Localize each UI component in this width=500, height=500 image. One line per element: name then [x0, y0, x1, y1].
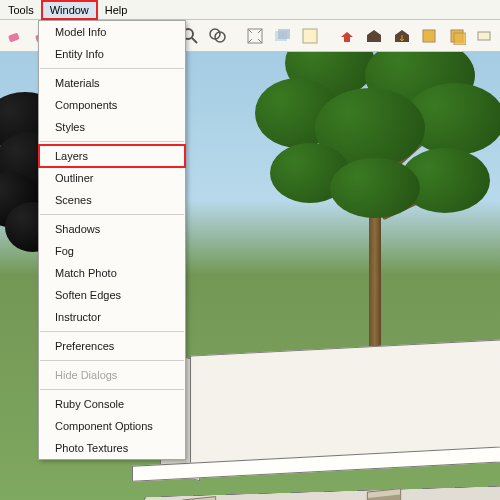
menu-styles[interactable]: Styles [39, 116, 185, 138]
push-pull-icon[interactable] [335, 23, 359, 49]
svg-rect-16 [478, 32, 490, 40]
eraser-icon[interactable] [4, 23, 28, 49]
scene-tree-green [255, 38, 495, 363]
component-alt-icon[interactable] [445, 23, 469, 49]
menu-window[interactable]: Window [42, 1, 97, 19]
menu-separator [40, 331, 184, 332]
menu-separator [40, 214, 184, 215]
menu-shadows[interactable]: Shadows [39, 218, 185, 240]
window-menu-dropdown: Model Info Entity Info Materials Compone… [38, 20, 186, 460]
menu-component-options[interactable]: Component Options [39, 415, 185, 437]
menu-layers[interactable]: Layers [39, 145, 185, 167]
warehouse-icon[interactable] [362, 23, 386, 49]
menu-soften-edges[interactable]: Soften Edges [39, 284, 185, 306]
menu-photo-textures[interactable]: Photo Textures [39, 437, 185, 459]
xray-icon[interactable] [298, 23, 322, 49]
menu-match-photo[interactable]: Match Photo [39, 262, 185, 284]
menu-scenes[interactable]: Scenes [39, 189, 185, 211]
svg-rect-11 [278, 29, 290, 39]
face-style-icon[interactable] [270, 23, 294, 49]
menu-materials[interactable]: Materials [39, 72, 185, 94]
svg-rect-0 [8, 32, 20, 42]
prev-view-icon[interactable] [206, 23, 230, 49]
svg-rect-15 [454, 33, 466, 45]
menu-preferences[interactable]: Preferences [39, 335, 185, 357]
warehouse-get-icon[interactable] [390, 23, 414, 49]
menu-help[interactable]: Help [97, 1, 136, 19]
menu-entity-info[interactable]: Entity Info [39, 43, 185, 65]
menu-ruby-console[interactable]: Ruby Console [39, 393, 185, 415]
menu-separator [40, 141, 184, 142]
menu-fog[interactable]: Fog [39, 240, 185, 262]
menu-tools[interactable]: Tools [0, 1, 42, 19]
component-icon[interactable] [417, 23, 441, 49]
zoom-extents-icon[interactable] [243, 23, 267, 49]
menu-separator [40, 68, 184, 69]
menu-instructor[interactable]: Instructor [39, 306, 185, 328]
layers-icon[interactable] [473, 23, 497, 49]
svg-line-6 [192, 38, 197, 43]
menu-components[interactable]: Components [39, 94, 185, 116]
menu-separator [40, 360, 184, 361]
svg-rect-13 [423, 30, 435, 42]
menu-hide-dialogs: Hide Dialogs [39, 364, 185, 386]
menu-separator [40, 389, 184, 390]
menu-model-info[interactable]: Model Info [39, 21, 185, 43]
menu-outliner[interactable]: Outliner [39, 167, 185, 189]
scene-plants [140, 487, 400, 500]
menubar: Tools Window Help [0, 0, 500, 20]
svg-rect-12 [303, 29, 317, 43]
